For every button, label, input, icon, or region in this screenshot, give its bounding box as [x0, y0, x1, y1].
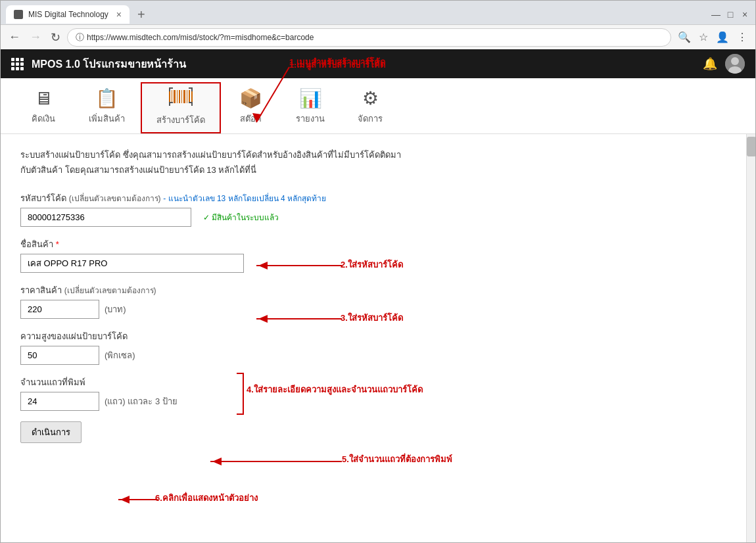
- height-input-row: (พิกเซล): [20, 346, 726, 365]
- barcode-field-group: รหัสบาร์โค้ด (เปลี่ยนตัวเลขตามต้องการ) -…: [20, 191, 726, 227]
- submit-group: ดำเนินการ: [20, 421, 726, 443]
- browser-tab[interactable]: MIS Digital Technology ×: [6, 5, 130, 24]
- qty-unit: (แถว) แถวละ 3 ป้าย: [105, 394, 177, 408]
- nav-manage[interactable]: ⚙ จัดการ: [341, 82, 400, 133]
- svg-rect-9: [183, 90, 185, 103]
- desc-line2: กับตัวสินค้า โดยคุณสามารถสร้างแผ่นป้ายบา…: [20, 165, 256, 175]
- bell-icon[interactable]: 🔔: [703, 57, 717, 71]
- product-name-group: ชื่อสินค้า *: [20, 237, 726, 273]
- nav-cashier[interactable]: 🖥 คิดเงิน: [14, 82, 73, 133]
- grid-menu-icon[interactable]: [11, 58, 24, 70]
- toolbar-icons: 🔍 ☆ 👤 ⋮: [675, 30, 750, 45]
- height-unit: (พิกเซล): [105, 348, 135, 362]
- svg-rect-8: [181, 90, 182, 103]
- svg-rect-4: [172, 90, 172, 103]
- manage-icon: ⚙: [362, 87, 379, 109]
- star-icon-btn[interactable]: ☆: [696, 30, 711, 45]
- refresh-btn[interactable]: ↻: [48, 29, 63, 46]
- qty-input-row: (แถว) แถวละ 3 ป้าย: [20, 392, 726, 411]
- tab-close-btn[interactable]: ×: [116, 9, 122, 20]
- app-header: MPOS 1.0 โปรแกรมขายหน้าร้าน 🔔: [1, 49, 755, 78]
- qty-group: จำนวนแถวที่พิมพ์ (แถว) แถวละ 3 ป้าย: [20, 375, 726, 411]
- browser-toolbar: ← → ↻ ⓘ https://www.misdtech.com/misd/st…: [1, 24, 755, 49]
- barcode-validation: ✓ มีสินค้าในระบบแล้ว: [203, 211, 279, 224]
- price-group: ราคาสินค้า (เปลี่ยนตัวเลขตามต้องการ) (บา…: [20, 283, 726, 319]
- nav-menu: 🖥 คิดเงิน 📋 เพิ่มสินค้า: [1, 78, 755, 134]
- nav-report[interactable]: 📊 รายงาน: [280, 82, 341, 133]
- browser-window: MIS Digital Technology × + — □ × ← → ↻ ⓘ…: [0, 0, 756, 543]
- barcode-icon: [169, 87, 193, 110]
- app-title: MPOS 1.0 โปรแกรมขายหน้าร้าน: [32, 56, 695, 72]
- product-name-label: ชื่อสินค้า *: [20, 237, 726, 251]
- search-icon-btn[interactable]: 🔍: [675, 30, 694, 45]
- qty-input[interactable]: [20, 392, 99, 411]
- product-name-input[interactable]: [20, 254, 244, 273]
- profile-icon-btn[interactable]: 👤: [713, 30, 732, 45]
- nav-stock[interactable]: 📦 สต๊อค: [221, 82, 280, 133]
- svg-rect-5: [174, 90, 176, 103]
- scrollbar[interactable]: [746, 134, 755, 542]
- svg-rect-20: [191, 102, 193, 106]
- svg-point-1: [731, 57, 739, 65]
- close-btn[interactable]: ×: [740, 9, 750, 20]
- maximize-btn[interactable]: □: [725, 9, 736, 20]
- svg-rect-18: [169, 102, 170, 106]
- nav-barcode[interactable]: สร้างบาร์โค้ด: [141, 82, 221, 133]
- description: ระบบสร้างแผ่นป้ายบาร์โค้ด ซึ่งคุณสามารถส…: [20, 147, 726, 178]
- svg-rect-6: [177, 90, 177, 103]
- height-input[interactable]: [20, 346, 99, 365]
- add-product-icon: 📋: [95, 87, 118, 109]
- barcode-label: รหัสบาร์โค้ด (เปลี่ยนตัวเลขตามต้องการ) -…: [20, 191, 726, 205]
- minimize-btn[interactable]: —: [711, 9, 721, 20]
- barcode-input[interactable]: [20, 208, 191, 227]
- window-controls: — □ ×: [711, 9, 750, 20]
- tab-title: MIS Digital Technology: [28, 10, 108, 19]
- height-label: ความสูงของแผ่นป้ายบาร์โค้ด: [20, 329, 726, 343]
- nav-add-product-label: เพิ่มสินค้า: [89, 112, 125, 126]
- svg-rect-16: [191, 87, 193, 91]
- price-label: ราคาสินค้า (เปลี่ยนตัวเลขตามต้องการ): [20, 283, 726, 297]
- main-content: ระบบสร้างแผ่นป้ายบาร์โค้ด ซึ่งคุณสามารถส…: [1, 134, 746, 542]
- stock-icon: 📦: [239, 87, 262, 109]
- url-text: https://www.misdtech.com/misd/stock/?m=m…: [87, 33, 663, 42]
- svg-rect-3: [169, 90, 170, 103]
- svg-rect-11: [189, 90, 190, 103]
- header-icons: 🔔: [703, 54, 745, 74]
- price-input[interactable]: [20, 300, 99, 319]
- back-btn[interactable]: ←: [6, 29, 23, 45]
- price-input-row: (บาท): [20, 300, 726, 319]
- tab-favicon: [14, 10, 23, 19]
- svg-rect-12: [191, 90, 193, 103]
- nav-manage-label: จัดการ: [358, 112, 383, 126]
- user-avatar[interactable]: [725, 54, 745, 74]
- height-group: ความสูงของแผ่นป้ายบาร์โค้ด (พิกเซล): [20, 329, 726, 365]
- menu-icon-btn[interactable]: ⋮: [734, 30, 750, 45]
- nav-barcode-label: สร้างบาร์โค้ด: [156, 113, 205, 127]
- svg-rect-7: [179, 90, 180, 103]
- price-unit: (บาท): [105, 302, 126, 316]
- nav-cashier-label: คิดเงิน: [32, 112, 55, 126]
- titlebar: MIS Digital Technology × + — □ ×: [1, 1, 755, 24]
- nav-add-product[interactable]: 📋 เพิ่มสินค้า: [73, 82, 141, 133]
- nav-report-label: รายงาน: [296, 112, 325, 126]
- cashier-icon: 🖥: [34, 87, 53, 109]
- address-bar[interactable]: ⓘ https://www.misdtech.com/misd/stock/?m…: [67, 28, 671, 47]
- report-icon: 📊: [299, 87, 322, 109]
- svg-rect-10: [187, 90, 187, 103]
- svg-rect-14: [169, 87, 170, 91]
- desc-line1: ระบบสร้างแผ่นป้ายบาร์โค้ด ซึ่งคุณสามารถส…: [20, 150, 401, 160]
- qty-label: จำนวนแถวที่พิมพ์: [20, 375, 726, 389]
- forward-btn[interactable]: →: [27, 29, 44, 45]
- new-tab-btn[interactable]: +: [132, 7, 151, 22]
- submit-button[interactable]: ดำเนินการ: [20, 421, 82, 443]
- nav-stock-label: สต๊อค: [240, 112, 262, 126]
